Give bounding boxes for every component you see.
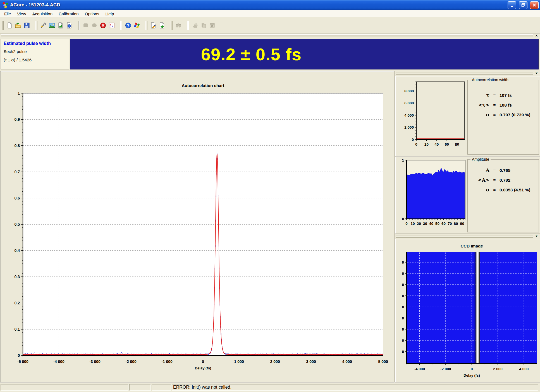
toolbar: ? xyxy=(0,17,540,34)
about-app-icon xyxy=(133,22,140,29)
svg-text:80: 80 xyxy=(454,222,458,226)
svg-text:4 000: 4 000 xyxy=(404,113,414,117)
status-message: ERROR: Init() was not called. xyxy=(172,384,538,391)
help-button[interactable]: ? xyxy=(124,21,132,30)
dock-close-icon[interactable]: x xyxy=(534,234,539,238)
amplitude-symbol: A xyxy=(468,167,489,173)
scatter-image-button[interactable] xyxy=(107,21,116,30)
chart-document-icon xyxy=(57,22,64,29)
restore-button[interactable] xyxy=(519,1,527,9)
save-floppy-button[interactable] xyxy=(22,21,31,30)
svg-text:CCD Image: CCD Image xyxy=(460,244,483,248)
hand-button xyxy=(190,21,199,30)
tau-symbol: τ xyxy=(468,92,489,98)
toolbar-grip[interactable] xyxy=(171,21,173,30)
chart-document-button[interactable] xyxy=(56,21,65,30)
equals-sign: = xyxy=(489,187,500,192)
open-folder-button[interactable] xyxy=(14,21,22,30)
status-bar: ERROR: Init() was not called. xyxy=(0,383,540,392)
toolbar-group xyxy=(170,20,184,31)
toolbar-group xyxy=(187,20,218,31)
export-document-button[interactable] xyxy=(157,21,166,30)
menu-item-view[interactable]: View xyxy=(14,11,29,17)
toolbar-grip[interactable] xyxy=(145,21,147,30)
svg-text:0: 0 xyxy=(402,283,404,287)
svg-text:2 000: 2 000 xyxy=(270,359,280,364)
svg-text:0.1: 0.1 xyxy=(15,327,20,331)
svg-text:0: 0 xyxy=(18,353,20,358)
status-segment xyxy=(1,384,128,391)
dock-grabber[interactable] xyxy=(396,72,533,75)
dock-grabber[interactable] xyxy=(396,235,533,238)
svg-text:20: 20 xyxy=(424,142,429,146)
acq-pause-icon xyxy=(91,22,98,29)
restore-icon xyxy=(521,3,525,7)
svg-text:60: 60 xyxy=(441,222,446,226)
results-column: x 02 0004 0006 0008 000020406080 Autocor… xyxy=(395,71,540,383)
menu-item-calibration[interactable]: Calibration xyxy=(56,11,82,17)
svg-text:-3 000: -3 000 xyxy=(89,359,101,364)
toolbar-grip[interactable] xyxy=(120,21,122,30)
new-document-icon xyxy=(6,22,13,29)
sigma-symbol: σ xyxy=(468,112,489,117)
svg-text:60: 60 xyxy=(445,142,449,146)
svg-text:0: 0 xyxy=(402,294,404,298)
dock-close-icon[interactable]: x xyxy=(534,71,539,75)
equals-sign: = xyxy=(489,178,500,182)
menu-item-acquisition[interactable]: Acquisition xyxy=(29,11,56,17)
tau-value: 107 fs xyxy=(500,93,512,98)
amplitude-mean-symbol: <A> xyxy=(468,177,489,183)
picture-button[interactable] xyxy=(47,21,56,30)
picture-icon xyxy=(49,22,55,29)
svg-text:0: 0 xyxy=(402,217,404,221)
dock-close-icon[interactable]: x xyxy=(534,33,539,38)
svg-text:30: 30 xyxy=(423,222,427,226)
toolbar-grip[interactable] xyxy=(35,21,37,30)
svg-text:0: 0 xyxy=(415,142,417,146)
menu-item-help[interactable]: Help xyxy=(102,11,117,17)
svg-text:2 000: 2 000 xyxy=(404,125,414,129)
document-info-button[interactable] xyxy=(65,21,73,30)
close-button[interactable] xyxy=(530,1,539,9)
status-segment xyxy=(129,384,151,391)
toolbar-group xyxy=(145,20,168,31)
help-icon: ? xyxy=(125,22,132,29)
svg-text:-2 000: -2 000 xyxy=(125,359,137,364)
svg-text:-1 000: -1 000 xyxy=(161,359,173,364)
svg-text:0: 0 xyxy=(402,316,404,320)
svg-text:2 000: 2 000 xyxy=(493,367,503,371)
menu-item-file[interactable]: File xyxy=(1,11,14,17)
about-app-button[interactable] xyxy=(132,21,141,30)
svg-text:20: 20 xyxy=(417,222,421,226)
toolbar-grip[interactable] xyxy=(2,21,4,30)
toolbar-grip[interactable] xyxy=(78,21,80,30)
toolbar-group xyxy=(35,20,75,31)
new-document-button[interactable] xyxy=(5,21,14,30)
ccd-image-panel: CCD Image000000000-4 000-2 00002 0004 00… xyxy=(395,239,540,383)
scatter-image-icon xyxy=(108,22,115,29)
edit-document-button[interactable] xyxy=(149,21,157,30)
calibrate-tool-button[interactable] xyxy=(39,21,47,30)
toolbar-grip[interactable] xyxy=(187,21,189,30)
stop-button[interactable] xyxy=(99,21,107,30)
dock-grabber[interactable] xyxy=(1,34,533,37)
ccd-dock-strip[interactable]: x xyxy=(395,234,540,239)
width-panel: 02 0004 0006 0008 000020406080 Autocorre… xyxy=(395,76,540,156)
edit-document-icon xyxy=(150,22,157,29)
svg-text:-2 000: -2 000 xyxy=(440,367,451,371)
svg-text:-4 000: -4 000 xyxy=(53,359,64,364)
pulse-dock-strip[interactable]: x xyxy=(0,33,540,38)
menu-item-options[interactable]: Options xyxy=(82,11,102,17)
results-dock-strip[interactable]: x xyxy=(395,71,540,76)
pulse-formula-label: (τ ± σ) / 1.5426 xyxy=(4,57,66,62)
svg-text:6 000: 6 000 xyxy=(404,101,414,105)
equals-sign: = xyxy=(489,93,500,98)
minimize-icon xyxy=(510,3,514,7)
open-folder-icon xyxy=(15,22,21,29)
find-binoculars-icon xyxy=(175,22,182,29)
svg-text:0: 0 xyxy=(402,271,404,276)
document-info-icon xyxy=(66,22,73,29)
toolbar-group: ? xyxy=(120,20,143,31)
svg-text:40: 40 xyxy=(434,142,439,146)
minimize-button[interactable] xyxy=(508,1,516,9)
